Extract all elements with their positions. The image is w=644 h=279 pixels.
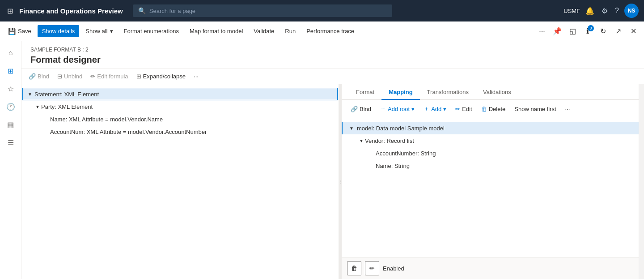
app-title: Finance and Operations Preview xyxy=(19,7,123,15)
sidebar-item-list[interactable]: ☰ xyxy=(3,134,19,150)
top-nav-right: USMF 🔔 ⚙ ? NS xyxy=(564,4,639,18)
left-sidebar: ⌂ ⊞ ☆ 🕐 ▦ ☰ xyxy=(0,41,21,279)
sidebar-item-workspaces[interactable]: ▦ xyxy=(3,116,19,133)
split-panel: ▼ Statement: XML Element ▼ Party: XML El… xyxy=(21,84,644,279)
mapping-tree: ▼ model: Data model Sample model ▼ Vendo… xyxy=(342,118,639,257)
performance-trace-button[interactable]: Performance trace xyxy=(302,25,359,37)
tree-toggle-icon: ▼ xyxy=(358,138,365,143)
breadcrumb: SAMPLE FORMAT B : 2 xyxy=(30,47,635,53)
tab-format[interactable]: Format xyxy=(349,84,381,100)
sidebar-item-filter[interactable]: ⊞ xyxy=(3,63,19,79)
grid-menu-icon[interactable]: ⊞ xyxy=(5,5,15,17)
mapping-item-label: AccountNumber: String xyxy=(376,150,436,157)
bind-button[interactable]: 🔗 Bind xyxy=(25,71,53,82)
list-item[interactable]: ▼ Vendor: Record list xyxy=(342,134,639,147)
sidebar-item-home[interactable]: ⌂ xyxy=(3,45,19,61)
notification-icon[interactable]: 🔔 xyxy=(584,5,596,17)
expand-collapse-button[interactable]: ⊞ Expand/collapse xyxy=(133,71,189,82)
plus-icon: ＋ xyxy=(424,105,429,113)
table-row[interactable]: ▷ Name: XML Attribute = model.Vendor.Nam… xyxy=(21,113,339,125)
format-toolbar: 🔗 Bind ⊟ Unbind ✏ Edit formula ⊞ Expand/… xyxy=(21,69,644,84)
refresh-icon[interactable]: ↻ xyxy=(596,24,610,39)
info-badge-button[interactable]: ℹ 0 xyxy=(580,24,595,39)
mapping-panel: Format Mapping Transformations Validatio… xyxy=(342,84,639,279)
mapping-item-label: Vendor: Record list xyxy=(365,137,414,144)
add-button[interactable]: ＋ Add ▾ xyxy=(420,103,450,115)
view-icon[interactable]: ◱ xyxy=(565,24,580,39)
format-tree-panel: ▼ Statement: XML Element ▼ Party: XML El… xyxy=(21,84,339,279)
vertical-scrollbar[interactable] xyxy=(639,84,644,279)
badge-count: 0 xyxy=(588,25,594,31)
search-box[interactable]: 🔍 Search for a page xyxy=(133,4,392,17)
more-commands-button[interactable]: ··· xyxy=(535,24,549,39)
format-enumerations-button[interactable]: Format enumerations xyxy=(119,25,184,37)
mapping-bind-button[interactable]: 🔗 Bind xyxy=(347,103,375,115)
close-icon[interactable]: ✕ xyxy=(626,24,640,39)
show-details-button[interactable]: Show details xyxy=(38,25,80,37)
mapping-item-label: model: Data model Sample model xyxy=(357,125,445,132)
more-toolbar-button[interactable]: ··· xyxy=(190,71,202,82)
edit-icon: ✏ xyxy=(455,106,460,112)
map-format-to-model-button[interactable]: Map format to model xyxy=(185,25,247,37)
table-row[interactable]: ▷ AccountNum: XML Attribute = model.Vend… xyxy=(21,125,339,138)
tree-toggle-icon: ▼ xyxy=(34,104,41,109)
top-navigation: ⊞ Finance and Operations Preview 🔍 Searc… xyxy=(0,0,644,21)
show-name-first-button[interactable]: Show name first xyxy=(511,103,559,115)
unbind-button[interactable]: ⊟ Unbind xyxy=(54,71,86,82)
unlink-icon: ⊟ xyxy=(57,73,62,80)
tree-toggle-icon: ▼ xyxy=(26,92,34,97)
chevron-down-icon: ▾ xyxy=(110,28,113,34)
pin-icon[interactable]: 📌 xyxy=(550,24,564,39)
command-bar: 💾 Save Show details Show all ▾ Format en… xyxy=(0,21,644,41)
list-item[interactable]: ▷ Name: String xyxy=(342,159,639,172)
tab-transformations[interactable]: Transformations xyxy=(420,84,476,100)
trash-icon: 🗑 xyxy=(351,265,357,272)
avatar[interactable]: NS xyxy=(624,4,639,18)
validate-button[interactable]: Validate xyxy=(249,25,279,37)
tree-item-label: Statement: XML Element xyxy=(34,91,99,98)
list-item[interactable]: ▼ model: Data model Sample model xyxy=(342,122,639,134)
help-icon[interactable]: ? xyxy=(613,5,621,17)
save-icon: 💾 xyxy=(8,28,16,35)
tree-toggle-icon: ▼ xyxy=(348,126,355,131)
edit-button[interactable]: ✏ Edit xyxy=(452,103,475,115)
main-layout: ⌂ ⊞ ☆ 🕐 ▦ ☰ SAMPLE FORMAT B : 2 Format d… xyxy=(0,41,644,279)
list-item[interactable]: ▷ AccountNumber: String xyxy=(342,147,639,159)
tree-item-label: Name: XML Attribute = model.Vendor.Name xyxy=(50,116,163,123)
show-all-button[interactable]: Show all ▾ xyxy=(81,25,117,37)
mapping-item-label: Name: String xyxy=(376,163,410,169)
external-link-icon[interactable]: ↗ xyxy=(611,24,625,39)
link-icon: 🔗 xyxy=(351,106,358,112)
save-button[interactable]: 💾 Save xyxy=(4,25,36,38)
table-row[interactable]: ▼ Party: XML Element xyxy=(21,100,339,113)
status-badge: Enabled xyxy=(383,265,404,272)
add-root-button[interactable]: ＋ Add root ▾ xyxy=(377,103,418,115)
mapping-delete-button[interactable]: 🗑 xyxy=(347,261,361,275)
command-bar-right: ··· 📌 ◱ ℹ 0 ↻ ↗ ✕ xyxy=(535,24,640,39)
page-header: SAMPLE FORMAT B : 2 Format designer xyxy=(21,41,644,69)
tab-validations[interactable]: Validations xyxy=(476,84,518,100)
plus-icon: ＋ xyxy=(380,105,386,113)
mapping-bottom: 🗑 ✏ Enabled xyxy=(342,257,639,279)
link-icon: 🔗 xyxy=(29,73,36,80)
settings-icon[interactable]: ⚙ xyxy=(600,5,610,17)
tab-mapping[interactable]: Mapping xyxy=(381,84,419,100)
content-area: SAMPLE FORMAT B : 2 Format designer 🔗 Bi… xyxy=(21,41,644,279)
edit-formula-button[interactable]: ✏ Edit formula xyxy=(87,71,131,82)
sidebar-item-recent[interactable]: 🕐 xyxy=(3,99,19,115)
page-title: Format designer xyxy=(30,55,635,65)
mapping-edit-button[interactable]: ✏ xyxy=(365,261,379,275)
user-company: USMF xyxy=(564,8,580,14)
search-icon: 🔍 xyxy=(138,7,146,14)
more-mapping-button[interactable]: ··· xyxy=(562,103,574,115)
table-row[interactable]: ▼ Statement: XML Element xyxy=(22,88,338,100)
expand-icon: ⊞ xyxy=(136,73,141,80)
sidebar-item-favorites[interactable]: ☆ xyxy=(3,81,19,97)
delete-button[interactable]: 🗑 Delete xyxy=(478,103,509,115)
mapping-toolbar: 🔗 Bind ＋ Add root ▾ ＋ Add ▾ ✏ xyxy=(342,100,639,118)
tabs-row: Format Mapping Transformations Validatio… xyxy=(342,84,639,100)
tree-item-label: AccountNum: XML Attribute = model.Vendor… xyxy=(50,129,207,135)
formula-icon: ✏ xyxy=(90,73,95,80)
tree-item-label: Party: XML Element xyxy=(41,103,93,110)
run-button[interactable]: Run xyxy=(280,25,300,37)
